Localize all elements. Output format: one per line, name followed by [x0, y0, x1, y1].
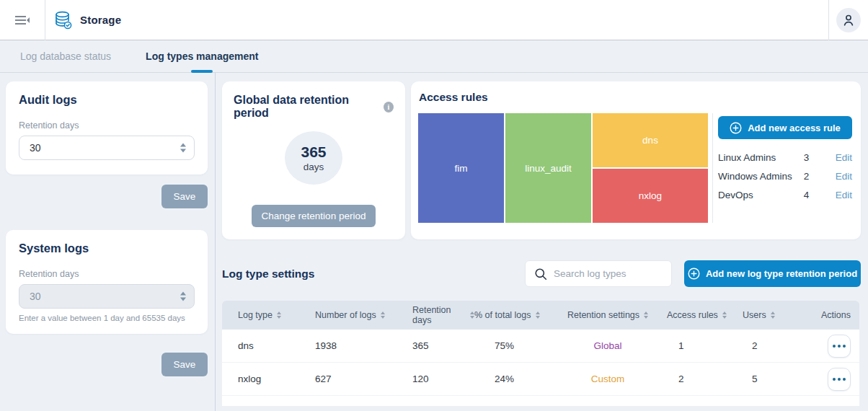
- collapse-menu-button[interactable]: [0, 0, 45, 40]
- treemap-label: linux_audit: [525, 163, 572, 174]
- active-tab-underline: [191, 70, 213, 73]
- log-type-settings-header: Log type settings Add new log type reten…: [222, 260, 861, 287]
- stepper-up-icon[interactable]: [180, 143, 186, 147]
- table-header-row: Log type Number of logs Retention days %…: [222, 301, 859, 330]
- treemap-label: fim: [455, 163, 468, 174]
- treemap-tile-dns[interactable]: dns: [593, 113, 708, 167]
- page-title: Storage: [80, 14, 121, 26]
- global-retention-card: Global data retention period i 365 days …: [222, 81, 405, 239]
- access-rule-row: DevOps 4 Edit: [718, 185, 852, 204]
- plus-circle-icon: [688, 268, 700, 280]
- sort-icon[interactable]: [381, 311, 385, 319]
- rule-count: 4: [804, 190, 836, 200]
- info-icon[interactable]: i: [384, 102, 394, 112]
- dot-icon: [833, 345, 836, 348]
- add-log-type-retention-label: Add new log type retention period: [706, 268, 857, 279]
- dot-icon: [843, 378, 846, 381]
- column-header-percent-total[interactable]: % of total logs: [474, 310, 554, 320]
- cell-number-of-logs: 1938: [315, 340, 412, 351]
- top-bar: Storage: [0, 0, 868, 40]
- sort-icon[interactable]: [536, 311, 540, 319]
- system-save-button[interactable]: Save: [161, 353, 208, 376]
- stepper-down-icon[interactable]: [180, 149, 186, 153]
- system-logs-card: System logs Retention days Enter a value…: [6, 230, 208, 334]
- add-access-rule-button[interactable]: Add new access rule: [718, 116, 852, 139]
- global-retention-days-value: 365: [301, 143, 326, 161]
- rule-name: Windows Admins: [718, 171, 804, 182]
- stepper-up-icon[interactable]: [180, 292, 186, 296]
- log-type-settings-title: Log type settings: [222, 268, 314, 280]
- system-logs-title: System logs: [19, 242, 195, 255]
- storage-database-icon: [53, 10, 72, 30]
- sort-icon[interactable]: [277, 311, 281, 319]
- stepper-down-icon[interactable]: [180, 298, 186, 301]
- rule-name: Linux Admins: [718, 152, 804, 163]
- audit-retention-label: Retention days: [19, 120, 195, 131]
- sort-icon[interactable]: [722, 311, 727, 319]
- column-header-actions: Actions: [813, 310, 859, 320]
- add-access-rule-label: Add new access rule: [748, 123, 841, 133]
- retention-setting-badge: Global: [593, 340, 621, 351]
- system-retention-stepper[interactable]: [180, 292, 186, 301]
- column-header-number-of-logs[interactable]: Number of logs: [315, 310, 412, 320]
- column-header-log-type[interactable]: Log type: [222, 310, 315, 320]
- sort-icon[interactable]: [771, 311, 775, 319]
- add-log-type-retention-button[interactable]: Add new log type retention period: [684, 260, 861, 287]
- treemap-label: nxlog: [639, 190, 662, 201]
- edit-rule-link[interactable]: Edit: [836, 152, 852, 163]
- app-brand: Storage: [45, 10, 121, 30]
- log-type-table: Log type Number of logs Retention days %…: [222, 301, 859, 406]
- column-header-users[interactable]: Users: [730, 310, 813, 320]
- audit-save-button[interactable]: Save: [161, 185, 208, 208]
- audit-retention-stepper[interactable]: [180, 143, 186, 153]
- tab-label: Log database status: [20, 50, 111, 62]
- cell-access-rules: 2: [662, 374, 730, 384]
- collapse-menu-icon: [14, 14, 31, 27]
- search-log-types-input[interactable]: [554, 268, 664, 279]
- access-rules-card: Access rules fim linux_audit dns: [411, 81, 861, 239]
- dot-icon: [838, 378, 841, 381]
- tab-log-database-status[interactable]: Log database status: [20, 40, 111, 72]
- treemap-tile-nxlog[interactable]: nxlog: [593, 169, 708, 223]
- user-avatar-button[interactable]: [836, 8, 861, 32]
- change-retention-period-button[interactable]: Change retention period: [252, 205, 376, 227]
- global-retention-days-unit: days: [304, 162, 324, 172]
- table-row-nxlog: nxlog 627 120 24% Custom 2 5: [222, 363, 859, 396]
- treemap-tile-fim[interactable]: fim: [418, 113, 504, 223]
- cell-log-type: nxlog: [222, 374, 315, 384]
- access-rule-row: Linux Admins 3 Edit: [718, 148, 852, 167]
- row-actions-button[interactable]: [828, 335, 851, 358]
- column-header-access-rules[interactable]: Access rules: [662, 310, 730, 320]
- tab-log-types-management[interactable]: Log types management: [146, 40, 258, 72]
- treemap-tile-linux-audit[interactable]: linux_audit: [505, 113, 591, 223]
- retention-sidebar: Audit logs Retention days Save System lo…: [0, 73, 216, 411]
- cell-retention-days: 365: [412, 340, 474, 351]
- column-header-retention-days[interactable]: Retention days: [412, 305, 474, 325]
- system-retention-label: Retention days: [19, 269, 195, 279]
- tab-bar: Log database status Log types management: [0, 40, 868, 73]
- search-icon: [534, 268, 547, 280]
- access-rules-divider: [712, 113, 713, 223]
- access-rule-row: Windows Admins 2 Edit: [718, 167, 852, 185]
- cell-access-rules: 1: [662, 340, 730, 351]
- access-rules-list: Linux Admins 3 Edit Windows Admins 2 Edi…: [718, 148, 852, 204]
- cell-percent-total: 24%: [474, 374, 554, 384]
- sort-icon[interactable]: [644, 311, 648, 319]
- edit-rule-link[interactable]: Edit: [836, 171, 852, 182]
- cell-users: 2: [730, 340, 813, 351]
- row-actions-button[interactable]: [828, 368, 851, 391]
- audit-logs-title: Audit logs: [19, 93, 195, 107]
- access-rules-title: Access rules: [418, 91, 852, 104]
- audit-retention-input[interactable]: [19, 136, 195, 160]
- cell-log-type: dns: [222, 340, 315, 351]
- search-box[interactable]: [525, 260, 672, 287]
- cell-users: 5: [730, 374, 813, 384]
- tab-label: Log types management: [146, 50, 258, 62]
- plus-circle-icon: [730, 122, 742, 134]
- system-retention-input[interactable]: [19, 284, 195, 309]
- access-rules-treemap: fim linux_audit dns nxlog: [418, 113, 708, 223]
- rule-name: DevOps: [718, 190, 804, 200]
- edit-rule-link[interactable]: Edit: [836, 190, 852, 200]
- global-retention-value-circle: 365 days: [285, 131, 342, 185]
- column-header-retention-settings[interactable]: Retention settings: [554, 310, 662, 320]
